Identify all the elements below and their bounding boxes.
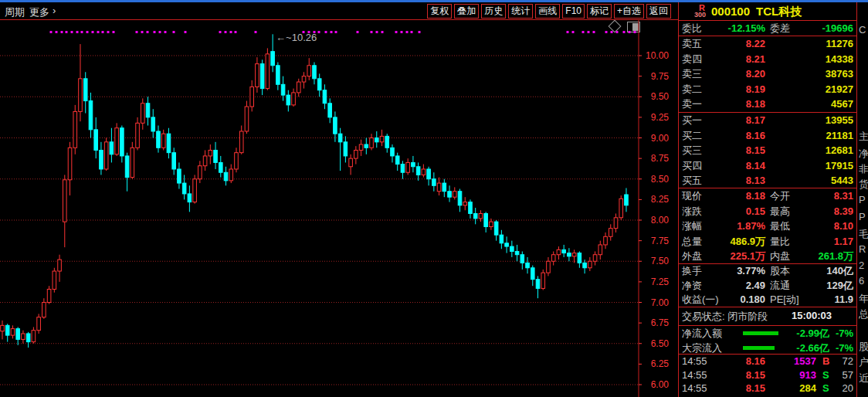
candle-body bbox=[416, 167, 420, 175]
buy-level-row[interactable]: 买三8.1512681 bbox=[679, 143, 856, 158]
rights-badge-300: 300 bbox=[694, 11, 706, 19]
signal-dot bbox=[335, 31, 337, 33]
signal-dot bbox=[381, 31, 384, 33]
clipped-right-sidebar: C主净非货PP毛R26年总股户近 bbox=[859, 2, 868, 397]
signal-dot bbox=[81, 31, 83, 33]
fundamental-row: 换手3.77%股本140亿 bbox=[679, 264, 856, 279]
flow-percent: -7% bbox=[836, 341, 853, 355]
sell-level-row[interactable]: 卖三8.2038763 bbox=[679, 66, 856, 82]
signal-dot bbox=[230, 31, 232, 33]
fin-label-2: 流通 bbox=[770, 279, 790, 294]
level-label: 买五 bbox=[682, 173, 702, 188]
candle-body bbox=[239, 131, 243, 153]
signal-dot bbox=[159, 31, 161, 33]
signal-dot bbox=[616, 31, 619, 33]
y-axis-label: 10.00 bbox=[646, 50, 669, 61]
stat-value-1: 225.1万 bbox=[702, 249, 765, 264]
level-price: 8.21 bbox=[702, 52, 765, 67]
stat-label-1: 涨跌 bbox=[682, 204, 702, 219]
candle-body bbox=[401, 165, 405, 173]
signal-dot bbox=[235, 31, 237, 33]
buy-level-row[interactable]: 买二8.1621181 bbox=[679, 128, 856, 144]
level-label: 卖四 bbox=[682, 52, 702, 67]
candle-body bbox=[588, 261, 592, 268]
candle-body bbox=[5, 325, 9, 335]
signal-dot bbox=[325, 31, 327, 33]
y-axis-label: 6.00 bbox=[651, 379, 670, 390]
stat-value-1: 0.15 bbox=[702, 204, 765, 219]
candle-body bbox=[328, 103, 332, 117]
candle-body bbox=[260, 64, 264, 89]
toolbar-button-7[interactable]: +自选 bbox=[614, 4, 644, 19]
toolbar-button-6[interactable]: 标记 bbox=[587, 4, 612, 19]
candle-body bbox=[395, 156, 399, 165]
level-volume: 14338 bbox=[826, 52, 853, 67]
tick-count: 72 bbox=[843, 355, 853, 368]
sell-level-row[interactable]: 卖二8.1921927 bbox=[679, 82, 856, 97]
candle-body bbox=[412, 162, 415, 166]
candle-body bbox=[245, 107, 249, 131]
sell-level-row[interactable]: 卖四8.2114338 bbox=[679, 52, 856, 67]
candle-body bbox=[557, 249, 561, 254]
candle-body bbox=[625, 195, 629, 205]
candle-body bbox=[94, 130, 98, 151]
candle-body bbox=[115, 128, 119, 154]
signal-dot bbox=[567, 31, 569, 33]
trading-app-window: 周期 更多 › 复权叠加历史统计画线F10标记+自选返回 10.009.759.… bbox=[0, 0, 868, 397]
trade-status-time: 15:00:03 bbox=[792, 310, 832, 321]
stock-header[interactable]: R 300 000100 TCL科技 bbox=[679, 2, 856, 21]
tick-row: 14:558.161537B72 bbox=[679, 355, 856, 368]
toolbar-button-0[interactable]: 复权 bbox=[427, 4, 452, 19]
toolbar-button-5[interactable]: F10 bbox=[562, 4, 585, 19]
level-price: 8.15 bbox=[702, 143, 765, 158]
toolbar-button-3[interactable]: 统计 bbox=[508, 4, 533, 19]
candle-body bbox=[235, 153, 239, 169]
candle-body bbox=[276, 66, 280, 84]
candle-body bbox=[203, 156, 207, 166]
candle-body bbox=[370, 138, 374, 148]
candle-body bbox=[473, 213, 477, 218]
edge-strip-char-3: 非 bbox=[859, 162, 868, 176]
high-price-annotation: ←~10.26 bbox=[276, 32, 317, 43]
candle-body bbox=[307, 66, 311, 76]
signal-dot bbox=[76, 31, 79, 33]
y-axis-label: 7.00 bbox=[651, 297, 670, 308]
level-price: 8.19 bbox=[702, 82, 765, 97]
tick-price: 8.16 bbox=[702, 355, 765, 368]
buy-level-row[interactable]: 买五8.135443 bbox=[679, 173, 856, 188]
stat-row: 总量486.9万量比1.17 bbox=[679, 234, 856, 249]
sell-level-row[interactable]: 卖一8.184567 bbox=[679, 97, 856, 112]
stat-value-1: 8.18 bbox=[702, 188, 765, 204]
y-axis-label: 9.75 bbox=[651, 71, 670, 82]
candle-body bbox=[364, 144, 368, 148]
tick-price: 8.15 bbox=[702, 382, 765, 395]
candle-body bbox=[344, 142, 348, 156]
candle-body bbox=[442, 183, 446, 192]
candle-body bbox=[136, 123, 140, 148]
level-volume: 21181 bbox=[826, 128, 853, 144]
candle-body bbox=[463, 202, 467, 205]
toolbar-button-8[interactable]: 返回 bbox=[646, 4, 671, 19]
menu-more[interactable]: 更多 bbox=[29, 5, 49, 19]
toolbar-button-4[interactable]: 画线 bbox=[535, 4, 560, 19]
candle-body bbox=[614, 218, 618, 229]
candle-body bbox=[26, 334, 30, 342]
stock-code: 000100 bbox=[711, 5, 750, 18]
sell-level-row[interactable]: 卖五8.2211276 bbox=[679, 36, 856, 52]
stat-label-2: 量比 bbox=[770, 234, 790, 249]
signal-dot bbox=[185, 31, 187, 33]
buy-level-row[interactable]: 买四8.1417915 bbox=[679, 158, 856, 174]
signal-dot bbox=[255, 31, 257, 33]
signal-dot bbox=[102, 31, 104, 33]
signal-dot bbox=[629, 31, 631, 33]
signal-dot bbox=[113, 31, 115, 33]
toolbar-button-2[interactable]: 历史 bbox=[481, 4, 506, 19]
candle-body bbox=[505, 243, 509, 246]
buy-level-row[interactable]: 买一8.1713955 bbox=[679, 113, 856, 128]
stat-row: 涨幅1.87%最低8.10 bbox=[679, 219, 856, 234]
candle-body bbox=[484, 213, 488, 226]
menu-period[interactable]: 周期 bbox=[5, 5, 25, 19]
candlestick-chart[interactable]: 10.009.759.509.259.008.758.508.258.007.7… bbox=[0, 20, 672, 397]
tick-volume: 1537 bbox=[770, 355, 816, 368]
toolbar-button-1[interactable]: 叠加 bbox=[454, 4, 479, 19]
